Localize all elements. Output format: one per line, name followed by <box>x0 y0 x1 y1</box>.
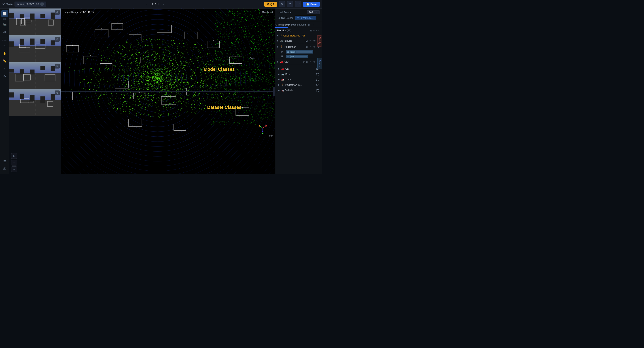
tab-actions: ⊟ ↕ ⋯ <box>306 23 322 27</box>
tab-segmentation[interactable]: ⬢ Segmentation <box>288 22 306 28</box>
tool-pan[interactable]: ✋ <box>1 50 8 57</box>
tab-instance[interactable]: ⬡ Instance <box>275 22 288 28</box>
zoom-in-btn[interactable]: + <box>11 160 17 165</box>
editing-source-tag[interactable]: ✏ 202401260... <box>295 16 316 20</box>
scene-tag[interactable]: scene_000001_08 i <box>14 2 46 7</box>
tool-layers[interactable]: ☰ <box>1 158 8 164</box>
instance-39-row: 39 3D (91) <box>275 54 322 59</box>
collapse-panel-button[interactable]: ‹ <box>273 87 275 96</box>
results-tab[interactable]: Results <box>317 58 322 69</box>
dataset-vehicle-item[interactable]: ▶ 🚗 Vehicle (0) <box>276 88 321 93</box>
results-filter-icon[interactable]: ⊟ <box>310 29 312 32</box>
results-up-icon[interactable]: ↑ <box>316 29 317 32</box>
source-info: Load Source 202... ✕ Editing Source ✏ 20… <box>275 9 322 22</box>
close-button[interactable]: Close <box>2 3 13 6</box>
sidebar-divider-1 <box>2 37 8 37</box>
segmentation-tab-icon: ⬢ <box>288 24 290 26</box>
fullscreen-button[interactable]: ⛶ <box>295 1 301 8</box>
sort-button[interactable]: ↕ <box>312 23 316 27</box>
prev-page-button[interactable]: ‹ <box>145 2 149 7</box>
side-label: Side <box>250 57 255 60</box>
rear-label: Rear <box>268 134 273 137</box>
pedestrian-eye-icon[interactable]: 👁 <box>312 46 316 48</box>
camera-panel: 👁 👁 👁 👁 ⊡ + − <box>10 9 61 174</box>
viewport-divider-v <box>230 9 230 174</box>
zoom-fit-btn[interactable]: ⊡ <box>11 153 17 159</box>
editing-source-value: 202401260... <box>300 17 314 19</box>
validity-tab[interactable]: Validity <box>317 35 322 47</box>
zoom-out-btn[interactable]: − <box>11 166 17 172</box>
instance-34-label: 3D <box>287 51 290 53</box>
dataset-car-item[interactable]: ▶ 🚗 Car (0) <box>276 66 321 71</box>
dataset-car-icon: 🚗 <box>281 67 284 70</box>
results-more-icon[interactable]: ⋯ <box>318 29 320 32</box>
axis-widget <box>257 122 268 134</box>
instance-34-bar-wrap: 3D (123) <box>286 50 320 54</box>
tool-3d[interactable]: ⬜ <box>1 10 8 17</box>
dataset-bus-icon: 🚌 <box>281 73 284 76</box>
car-edit-icon[interactable]: ✏ <box>308 61 312 63</box>
tool-annotate[interactable]: ✏️ <box>1 58 8 64</box>
topbar-left: Close scene_000001_08 i <box>2 2 46 7</box>
settings-button[interactable]: ⚙ <box>279 1 285 8</box>
car-eye-icon[interactable]: 👁 <box>312 61 316 63</box>
dataset-pedestrian-item[interactable]: ▶ 🚶 Pedestrian in... (0) <box>276 82 321 88</box>
svg-point-5 <box>262 131 264 132</box>
next-page-button[interactable]: › <box>162 2 166 7</box>
tool-ai[interactable]: AI <box>1 29 8 35</box>
scene-id: scene_000001_08 <box>17 3 39 6</box>
collapse-all-button[interactable]: ⋯ <box>317 23 321 27</box>
class-header-bicycle[interactable]: ▶ 🚲 Bicycle (1) ✏ 👁 🗑 <box>275 38 322 44</box>
main-viewport[interactable]: Height Range -7.62 16.75 Overhead Model … <box>61 9 275 174</box>
instance-34-id: 34 <box>281 51 285 53</box>
dataset-bus-item[interactable]: ▶ 🚌 Bus (0) <box>276 71 321 77</box>
tool-settings2[interactable]: ⚙ <box>1 73 8 80</box>
tool-cursor[interactable]: ↖ <box>1 42 8 49</box>
camera-eye-right[interactable]: 👁 <box>55 64 60 69</box>
tool-camera[interactable]: 📷 <box>1 21 8 28</box>
save-button[interactable]: 💾 Save <box>303 2 320 7</box>
load-source-tag[interactable]: 202... ✕ <box>307 10 320 14</box>
camera-feed-front: 👁 <box>10 9 61 35</box>
dataset-vehicle-chevron: ▶ <box>278 89 280 91</box>
instance-39-bar-wrap: 3D (91) <box>286 55 320 58</box>
bicycle-eye-icon[interactable]: 👁 <box>312 40 316 42</box>
bicycle-edit-icon[interactable]: ✏ <box>308 40 312 42</box>
class-required-chevron: ▶ <box>277 35 279 37</box>
help-button[interactable]: ? <box>287 1 293 8</box>
instance-tab-label: Instance <box>278 23 288 26</box>
class-group-car: ▶ 🚗 Car (42) ✏ 👁 🗑 <box>275 59 322 65</box>
dataset-truck-item[interactable]: ▶ 🚛 Truck (0) <box>276 77 321 82</box>
camera-feed-right: 👁 <box>10 62 61 89</box>
editing-source-icon: ✏ <box>297 16 299 19</box>
dataset-pedestrian-icon: 🚶 <box>281 84 284 86</box>
dataset-classes-section: ▶ 🚗 Car (0) ▶ 🚌 Bus (0) ▶ 🚛 Tru <box>276 66 321 93</box>
qa-button[interactable]: ⚙ QA <box>264 2 277 7</box>
results-header: Results (45) ⊟ 👁 ↑ ⋯ <box>275 28 322 33</box>
filter-button[interactable]: ⊟ <box>307 23 311 27</box>
class-required-row[interactable]: ▶ ⚠ Class Required (0) <box>275 33 322 38</box>
class-header-car[interactable]: ▶ 🚗 Car (42) ✏ 👁 🗑 <box>275 59 322 65</box>
results-tools: ⊟ 👁 ↑ ⋯ <box>310 29 320 32</box>
save-label: Save <box>310 3 317 6</box>
qa-label: QA <box>270 3 274 6</box>
camera-eye-front[interactable]: 👁 <box>55 10 60 15</box>
results-eye-icon[interactable]: 👁 <box>313 29 315 32</box>
camera-eye-rear[interactable]: 👁 <box>55 90 60 95</box>
height-range-label: Height Range -7.62 16.75 <box>64 11 94 14</box>
content-area: 👁 👁 👁 👁 ⊡ + − <box>10 9 322 174</box>
class-header-pedestrian[interactable]: ▶ 🚶 Pedestrian (2) ✏ 👁 🗑 <box>275 44 322 50</box>
label-3d: 3D <box>3 18 6 20</box>
camera-eye-left[interactable]: 👁 <box>55 37 60 42</box>
source-close-icon[interactable]: ✕ <box>316 11 318 14</box>
camera-canvas-left <box>10 35 61 62</box>
tool-info[interactable]: ⓘ <box>1 165 8 172</box>
pedestrian-edit-icon[interactable]: ✏ <box>308 46 312 48</box>
tool-filter[interactable]: ≡ <box>1 65 8 72</box>
bicycle-chevron: ▶ <box>277 40 279 42</box>
bicycle-icon: 🚲 <box>280 39 284 42</box>
info-icon[interactable]: i <box>40 3 44 6</box>
dataset-truck-icon: 🚛 <box>281 78 284 81</box>
results-sidebar-label: Results <box>318 60 321 67</box>
class-required-label: Class Required <box>283 34 300 37</box>
